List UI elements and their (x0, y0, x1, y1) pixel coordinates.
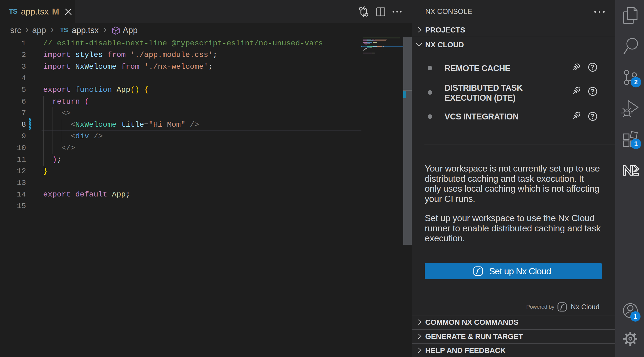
svg-text:1: 1 (634, 140, 638, 147)
svg-text:2: 2 (634, 78, 638, 86)
svg-text:1: 1 (634, 313, 637, 320)
